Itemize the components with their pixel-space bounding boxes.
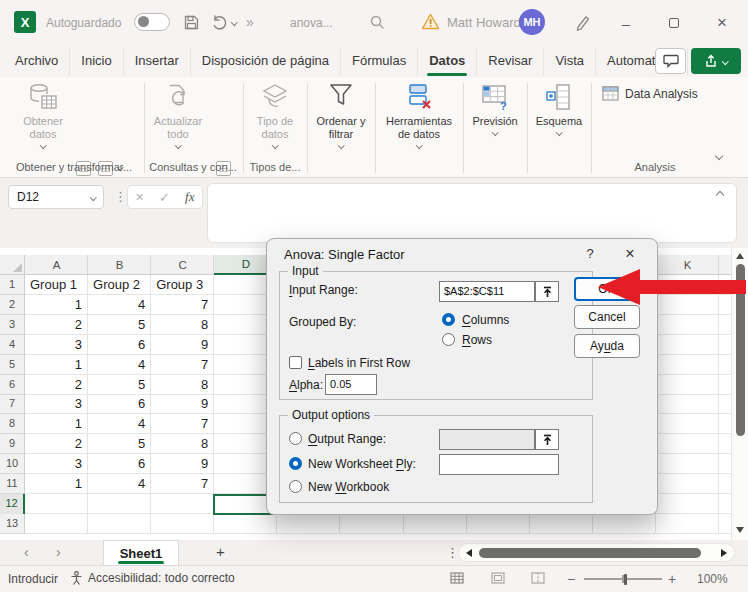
row-header[interactable]: 5 [0, 355, 24, 375]
zoom-in-button[interactable]: + [668, 571, 676, 587]
ribbon-collapse-chevron-icon[interactable] [715, 152, 723, 160]
get-data-button[interactable]: Obtener datos [14, 83, 72, 148]
user-name[interactable]: Matt Howard [447, 15, 521, 30]
data-tools-button[interactable]: Herramientas de datos [379, 83, 459, 148]
input-range-field[interactable]: $A$2:$C$11 [439, 281, 535, 302]
refresh-all-button[interactable]: Actualizar todo [148, 83, 208, 148]
accessibility-status[interactable]: Accesibilidad: todo correcto [70, 571, 235, 585]
cell-a5[interactable]: 1 [25, 355, 88, 375]
cell-b8[interactable]: 4 [88, 414, 151, 434]
row-header[interactable]: 7 [0, 394, 24, 414]
row-header[interactable]: 9 [0, 434, 24, 454]
cell-b4[interactable]: 6 [88, 335, 151, 355]
row-header[interactable]: 13 [0, 514, 24, 534]
autosave-toggle[interactable] [134, 13, 170, 31]
new-workbook-label[interactable]: New Workbook [308, 480, 389, 494]
page-break-view-icon[interactable] [531, 572, 545, 584]
zoom-level[interactable]: 100% [697, 572, 728, 586]
tab-inicio[interactable]: Inicio [70, 48, 123, 76]
normal-view-icon[interactable] [450, 572, 464, 584]
maximize-button[interactable] [664, 14, 684, 32]
row-header[interactable]: 1 [0, 275, 24, 295]
cell-b1[interactable]: Group 2 [88, 275, 151, 295]
comments-button[interactable] [655, 48, 686, 74]
cell-a10[interactable]: 3 [25, 454, 88, 474]
document-title[interactable]: anova... [290, 16, 333, 30]
scroll-up-icon[interactable] [736, 253, 744, 259]
tab-archivo[interactable]: Archivo [4, 48, 70, 76]
share-button[interactable] [691, 48, 741, 74]
cell-c11[interactable]: 7 [151, 474, 214, 494]
save-icon[interactable] [183, 14, 200, 31]
sort-filter-button[interactable]: Ordenar y filtrar [311, 83, 371, 148]
cancel-button[interactable]: Cancel [574, 305, 640, 329]
more-commands-icon[interactable]: » [246, 14, 254, 30]
pen-mode-icon[interactable] [574, 13, 592, 31]
cell-a3[interactable]: 2 [25, 315, 88, 335]
cell-c6[interactable]: 8 [151, 375, 214, 395]
page-layout-view-icon[interactable] [491, 572, 505, 584]
tab-disposicion[interactable]: Disposición de página [191, 48, 341, 76]
labels-first-row-label[interactable]: Labels in First Row [308, 356, 410, 370]
cell-b2[interactable]: 4 [88, 295, 151, 315]
columns-radio-label[interactable]: Columns [462, 313, 509, 327]
cell-b10[interactable]: 6 [88, 454, 151, 474]
row-header[interactable]: 3 [0, 315, 24, 335]
select-all-corner[interactable] [0, 255, 25, 275]
new-workbook-radio[interactable] [289, 480, 302, 493]
insert-function-icon[interactable]: fx [185, 189, 194, 205]
dialog-close-button[interactable]: × [619, 244, 641, 264]
formula-bar-dots-icon[interactable]: ⋮ [114, 189, 127, 204]
cell-a11[interactable]: 1 [25, 474, 88, 494]
cell-c7[interactable]: 9 [151, 394, 214, 414]
prev-sheet-icon[interactable]: ‹ [24, 544, 29, 560]
col-header-b[interactable]: B [88, 255, 151, 275]
tab-datos[interactable]: Datos [418, 48, 477, 76]
scroll-right-icon[interactable] [721, 549, 727, 557]
input-range-collapse-button[interactable] [535, 281, 559, 302]
cell-b3[interactable]: 5 [88, 315, 151, 335]
scroll-left-icon[interactable] [466, 549, 472, 557]
sheet-tab-sheet1[interactable]: Sheet1 [103, 540, 179, 566]
row-header[interactable]: 8 [0, 414, 24, 434]
output-range-label[interactable]: Output Range: [308, 432, 386, 446]
tab-revisar[interactable]: Revisar [477, 48, 544, 76]
cell-b5[interactable]: 4 [88, 355, 151, 375]
undo-icon[interactable] [211, 14, 228, 31]
cancel-entry-icon[interactable]: × [136, 189, 144, 205]
cell-b7[interactable]: 6 [88, 394, 151, 414]
formula-input[interactable] [207, 183, 737, 243]
outline-button[interactable]: Esquema [531, 83, 587, 135]
cell-a6[interactable]: 2 [25, 375, 88, 395]
cell-c9[interactable]: 8 [151, 434, 214, 454]
confirm-entry-icon[interactable]: ✓ [159, 190, 170, 205]
cell-a7[interactable]: 3 [25, 394, 88, 414]
add-sheet-button[interactable]: + [216, 543, 225, 560]
row-header[interactable]: 6 [0, 375, 24, 395]
labels-first-row-checkbox[interactable] [289, 356, 302, 369]
cell-a8[interactable]: 1 [25, 414, 88, 434]
excel-logo-icon[interactable]: X [14, 11, 36, 33]
forecast-button[interactable]: ? Previsión [467, 83, 523, 135]
output-range-radio[interactable] [289, 432, 302, 445]
zoom-slider-thumb[interactable] [624, 574, 627, 585]
cell-a9[interactable]: 2 [25, 434, 88, 454]
tab-insertar[interactable]: Insertar [124, 48, 191, 76]
cell-c5[interactable]: 7 [151, 355, 214, 375]
new-worksheet-radio[interactable] [289, 457, 302, 470]
next-sheet-icon[interactable]: › [56, 544, 61, 560]
cell-c3[interactable]: 8 [151, 315, 214, 335]
cell-c4[interactable]: 9 [151, 335, 214, 355]
tab-vista[interactable]: Vista [544, 48, 596, 76]
rows-radio[interactable] [442, 333, 455, 346]
row-header[interactable]: 2 [0, 295, 24, 315]
close-button[interactable]: × [712, 14, 732, 32]
data-type-button[interactable]: Tipo de datos [247, 83, 303, 148]
col-header-c[interactable]: C [151, 255, 214, 275]
new-worksheet-label[interactable]: New Worksheet Ply: [308, 457, 416, 471]
row-header-12-selected[interactable]: 12 [0, 494, 25, 514]
row-header[interactable]: 4 [0, 335, 24, 355]
cell-c2[interactable]: 7 [151, 295, 214, 315]
output-range-field[interactable] [439, 429, 535, 450]
minimize-button[interactable]: – [616, 14, 636, 32]
